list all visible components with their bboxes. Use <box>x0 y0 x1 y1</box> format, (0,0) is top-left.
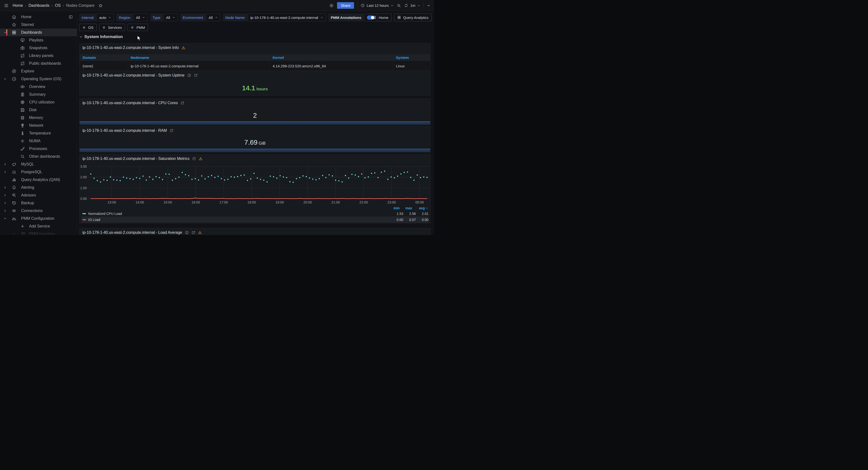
breadcrumb-item[interactable]: Home <box>12 3 23 8</box>
chevron-down-icon[interactable] <box>426 207 428 210</box>
external-link-icon[interactable] <box>191 231 195 234</box>
legend-sort-min[interactable]: min <box>387 206 400 210</box>
nav-sidebar: HomeStarredDashboardsPlaylistsSnapshotsL… <box>0 11 77 235</box>
environment-select[interactable]: All <box>206 13 220 21</box>
panel-title[interactable]: ip-10-178-1-40.us-east-2.compute.interna… <box>83 128 167 133</box>
panel-title[interactable]: ip-10-178-1-40.us-east-2.compute.interna… <box>83 157 189 161</box>
dashboard-settings-gear-icon[interactable] <box>329 3 334 8</box>
sidebar-item-network[interactable]: Network <box>0 122 77 129</box>
stat-value: 14.1 <box>242 84 255 92</box>
region-select[interactable]: All <box>133 13 148 21</box>
series-name[interactable]: Normalized CPU Load <box>88 212 122 216</box>
chevron-down-icon <box>172 16 175 19</box>
thermometer-icon <box>20 131 25 136</box>
chevron-right-icon[interactable] <box>3 194 7 197</box>
table-column-header[interactable]: Kernel <box>270 54 393 61</box>
interval-select[interactable]: auto <box>96 13 114 21</box>
sidebar-item-disk[interactable]: Disk <box>0 106 77 114</box>
panel-title[interactable]: ip-10-178-1-40.us-east-2.compute.interna… <box>83 101 178 105</box>
sidebar-item-add-service[interactable]: Add Service <box>0 222 77 230</box>
chevron-down-icon[interactable] <box>3 31 7 34</box>
external-link-icon[interactable] <box>169 129 174 132</box>
sidebar-item-cpu-utilization[interactable]: CPU utilization <box>0 98 77 106</box>
sidebar-item-pmm-inventory[interactable]: PMM Inventory <box>0 230 77 235</box>
chevron-right-icon[interactable] <box>3 186 7 189</box>
zoom-out-icon[interactable] <box>397 3 401 8</box>
grafana-app: Home›Dashboards›OS›Nodes Compare Share L… <box>0 0 434 235</box>
sidebar-item-snapshots[interactable]: Snapshots <box>0 44 77 52</box>
sidebar-item-explore[interactable]: Explore <box>0 67 77 75</box>
time-range-picker[interactable]: Last 12 hours <box>361 3 394 7</box>
external-link-icon[interactable] <box>181 101 184 105</box>
table-column-header[interactable]: Domain <box>80 54 128 61</box>
table-column-header[interactable]: System <box>393 54 430 61</box>
sidebar-item-library-panels[interactable]: Library panels <box>0 52 77 60</box>
hamburger-menu-icon[interactable] <box>4 3 9 8</box>
divider <box>357 2 358 9</box>
sidebar-item-other-dashboards[interactable]: Other dashboards <box>0 153 77 160</box>
chevron-down-icon[interactable] <box>3 77 7 81</box>
legend-header: minmaxavg <box>82 206 428 211</box>
saturation-chart-plot[interactable]: 13:0014:0015:0016:0017:0018:0019:0020:00… <box>81 164 430 206</box>
chevron-right-icon[interactable] <box>3 162 7 166</box>
sidebar-item-backup[interactable]: Backup <box>0 199 77 207</box>
svg-text:00:00: 00:00 <box>415 200 424 204</box>
sidebar-item-public-dashboards[interactable]: Public dashboards <box>0 60 77 67</box>
type-select[interactable]: All <box>163 13 178 21</box>
sidebar-item-overview[interactable]: Overview <box>0 83 77 91</box>
table-column-header[interactable]: Nodename <box>128 54 270 61</box>
panel-title[interactable]: ip-10-178-1-40.us-east-2.compute.interna… <box>83 230 182 235</box>
sidebar-item-memory[interactable]: Memory <box>0 114 77 122</box>
node-name-select[interactable]: ip-10-178-1-40.us-east-2.compute.interna… <box>248 13 326 21</box>
panel-title[interactable]: ip-10-178-1-40.us-east-2.compute.interna… <box>83 45 179 50</box>
sidebar-item-temperature[interactable]: Temperature <box>0 129 77 137</box>
series-name[interactable]: IO Load <box>88 218 100 222</box>
breadcrumb-item[interactable]: OS <box>55 3 61 8</box>
section-system-information[interactable]: System Information <box>79 34 123 39</box>
chevron-right-icon[interactable] <box>3 170 7 174</box>
home-link-button[interactable]: Home <box>370 13 392 21</box>
breadcrumb-item[interactable]: Dashboards <box>29 3 50 8</box>
sidebar-item-dashboards[interactable]: Dashboards <box>0 29 77 36</box>
chevron-right-icon[interactable] <box>3 201 7 205</box>
sidebar-item-processes[interactable]: Processes <box>0 145 77 153</box>
legend-sort-avg[interactable]: avg <box>412 206 425 210</box>
refresh-picker[interactable]: 1m <box>404 3 420 7</box>
legend-row-normalized-cpu-load[interactable]: Normalized CPU Load1.532.562.01 <box>82 211 428 217</box>
warning-triangle-icon[interactable] <box>198 231 202 234</box>
panel-title[interactable]: ip-10-178-1-40.us-east-2.compute.interna… <box>83 73 185 77</box>
legend-sort-max[interactable]: max <box>400 206 412 210</box>
sidebar-item-home[interactable]: Home <box>0 13 77 21</box>
chevron-down-icon[interactable] <box>12 232 16 235</box>
sidebar-item-starred[interactable]: Starred <box>0 21 77 29</box>
sidebar-item-playlists[interactable]: Playlists <box>0 36 77 44</box>
sidebar-item-query-analytics-qan[interactable]: Query Analytics (QAN) <box>0 176 77 184</box>
view-button-os[interactable]: OS <box>79 24 97 31</box>
external-link-icon[interactable] <box>194 73 198 77</box>
warning-triangle-icon[interactable] <box>182 46 185 50</box>
sidebar-item-mysql[interactable]: MySQL <box>0 160 77 168</box>
sidebar-item-pmm-configuration[interactable]: PMM Configuration <box>0 215 77 222</box>
external-link-icon[interactable] <box>192 157 196 161</box>
sidebar-item-summary[interactable]: Summary <box>0 91 77 98</box>
info-circle-icon[interactable] <box>185 231 189 234</box>
dock-sidebar-icon[interactable] <box>69 15 73 19</box>
legend-row-io-load[interactable]: IO Load0.000.070.00 <box>82 217 428 223</box>
sidebar-item-alerting[interactable]: Alerting <box>0 184 77 191</box>
query-analytics-link-button[interactable]: Query Analytics <box>394 13 432 21</box>
sidebar-item-postgresql[interactable]: PostgreSQL <box>0 168 77 176</box>
sidebar-item-operating-system-os[interactable]: Operating System (OS) <box>0 75 77 83</box>
chevron-right-icon[interactable] <box>3 209 7 213</box>
sidebar-item-advisors[interactable]: Advisors <box>0 191 77 199</box>
favorite-star-icon[interactable] <box>98 3 103 8</box>
mouse-cursor <box>137 35 141 41</box>
sidebar-item-numa[interactable]: NUMA <box>0 137 77 145</box>
view-button-pmm[interactable]: PMM <box>127 24 148 31</box>
sidebar-item-connections[interactable]: Connections <box>0 207 77 215</box>
info-circle-icon[interactable] <box>187 73 191 77</box>
warning-triangle-icon[interactable] <box>199 157 203 161</box>
chevron-down-icon[interactable] <box>3 217 7 220</box>
share-button[interactable]: Share <box>337 2 354 9</box>
collapse-toolbar-caret-icon[interactable] <box>427 4 431 7</box>
view-button-services[interactable]: Services <box>99 24 125 31</box>
